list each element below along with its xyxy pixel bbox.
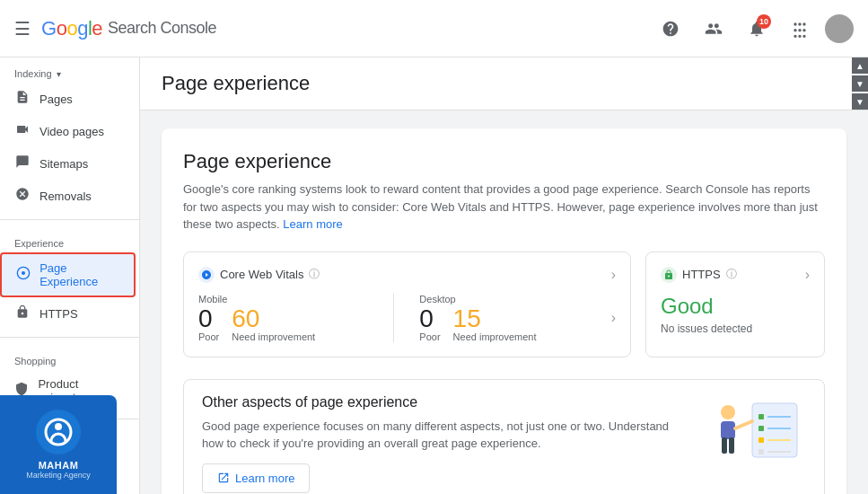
page-title: Page experience <box>162 72 846 95</box>
other-aspects-desc: Good page experience focuses on many dif… <box>202 418 684 453</box>
svg-rect-3 <box>758 414 764 419</box>
desktop-need-improvement-value: 15 <box>453 306 537 331</box>
app-title: Search Console <box>108 19 216 38</box>
indexing-dropdown-arrow[interactable]: ▾ <box>57 69 61 79</box>
google-logo: Google Search Console <box>41 17 216 40</box>
other-aspects-learn-more-button[interactable]: Learn more <box>202 463 310 493</box>
watermark-sub: Marketing Agency <box>26 471 91 480</box>
watermark-brand: MAHAM <box>39 460 79 471</box>
mobile-poor-value: 0 <box>198 306 219 331</box>
avatar[interactable] <box>825 14 854 43</box>
https-title: HTTPS <box>682 268 721 281</box>
watermark: MAHAM Marketing Agency <box>0 395 117 494</box>
svg-rect-9 <box>758 449 764 454</box>
core-web-vitals-chevron[interactable]: › <box>611 267 616 283</box>
notification-count: 10 <box>757 14 771 29</box>
svg-rect-12 <box>721 421 735 439</box>
other-aspects-text: Other aspects of page experience Good pa… <box>202 394 684 493</box>
core-web-vitals-card: Core Web Vitals ⓘ › Mobile <box>183 251 631 357</box>
page-experience-label: Page Experience <box>39 261 119 288</box>
other-aspects-title: Other aspects of page experience <box>202 394 684 410</box>
pages-label: Pages <box>39 93 73 106</box>
indexing-section-label: Indexing ▾ <box>0 57 139 83</box>
svg-line-15 <box>735 421 752 428</box>
mobile-need-improvement-value: 60 <box>232 306 315 331</box>
menu-icon[interactable]: ☰ <box>14 18 31 40</box>
shopping-section-label: Shopping <box>0 345 139 370</box>
sidebar-item-pages[interactable]: Pages <box>0 83 132 115</box>
manage-users-button[interactable] <box>696 11 732 47</box>
sidebar-item-https[interactable]: HTTPS <box>0 297 132 330</box>
desktop-label: Desktop <box>419 294 589 304</box>
svg-rect-7 <box>758 437 764 443</box>
mobile-poor-label: Poor <box>198 331 219 342</box>
svg-rect-14 <box>729 437 734 454</box>
https-lock-icon <box>661 267 677 283</box>
main-card: Page experience Google's core ranking sy… <box>162 128 846 494</box>
sidebar-item-video-pages[interactable]: Video pages <box>0 115 132 147</box>
desktop-stats: Desktop 0 Poor 15 Need improvement <box>419 294 589 342</box>
https-sub-status: No issues detected <box>661 322 810 335</box>
https-chevron[interactable]: › <box>805 267 810 283</box>
video-pages-label: Video pages <box>39 125 104 138</box>
main-content: Page experience Page experience Google's… <box>140 57 868 494</box>
core-web-vitals-help[interactable]: ⓘ <box>309 267 320 282</box>
top-nav: ☰ Google Search Console 10 <box>0 0 868 57</box>
stats-divider <box>393 294 394 342</box>
mobile-label: Mobile <box>198 294 368 304</box>
desktop-poor-label: Poor <box>419 331 440 342</box>
core-web-vitals-title: Core Web Vitals <box>220 268 303 281</box>
scroll-down-arrow[interactable]: ▼ <box>852 93 868 110</box>
svg-point-11 <box>721 405 735 419</box>
layout: Indexing ▾ Pages Video pages Sitemaps Re… <box>0 57 868 494</box>
core-web-vitals-header: Core Web Vitals ⓘ › <box>198 267 616 283</box>
page-header: Page experience <box>140 57 868 110</box>
svg-point-17 <box>55 423 62 430</box>
page-experience-icon <box>16 266 31 284</box>
svg-rect-13 <box>722 437 727 454</box>
experience-section-label: Experience <box>0 227 139 252</box>
https-icon <box>14 304 31 322</box>
https-status: Good <box>661 294 810 319</box>
scroll-up-arrow[interactable]: ▲ <box>852 57 868 74</box>
scroll-mid-arrow[interactable]: ▼ <box>852 75 868 92</box>
desktop-need-improvement-label: Need improvement <box>453 331 537 342</box>
illustration <box>698 394 806 484</box>
metrics-row: Core Web Vitals ⓘ › Mobile <box>183 251 825 357</box>
core-web-vitals-icon <box>198 267 215 283</box>
svg-point-1 <box>22 271 25 275</box>
removals-icon <box>14 187 31 205</box>
sitemaps-icon <box>14 154 31 172</box>
video-pages-icon <box>14 122 31 140</box>
svg-rect-5 <box>758 426 764 431</box>
desktop-chevron[interactable]: › <box>611 310 616 326</box>
scroll-controls: ▲ ▼ ▼ <box>852 57 868 110</box>
https-card: HTTPS ⓘ › Good No issues detected <box>645 251 825 357</box>
https-help[interactable]: ⓘ <box>726 267 737 282</box>
https-title-area: HTTPS ⓘ <box>661 267 737 283</box>
core-web-vitals-title-area: Core Web Vitals ⓘ <box>198 267 320 283</box>
https-header: HTTPS ⓘ › <box>661 267 810 283</box>
help-button[interactable] <box>653 11 688 47</box>
sidebar-item-page-experience[interactable]: Page Experience <box>0 252 136 297</box>
sidebar-item-removals[interactable]: Removals <box>0 180 132 212</box>
learn-more-link[interactable]: Learn more <box>283 217 342 231</box>
desktop-poor-value: 0 <box>419 306 440 331</box>
nav-icons: 10 <box>653 11 854 47</box>
watermark-icon <box>36 410 81 454</box>
mobile-need-improvement-label: Need improvement <box>232 331 315 342</box>
apps-button[interactable] <box>782 11 818 47</box>
other-aspects-section: Other aspects of page experience Good pa… <box>183 379 825 495</box>
notifications-button[interactable]: 10 <box>739 11 775 47</box>
logo-area: Google Search Console <box>41 17 216 40</box>
card-desc: Google's core ranking systems look to re… <box>183 181 825 234</box>
sitemaps-label: Sitemaps <box>39 157 88 171</box>
sidebar-item-sitemaps[interactable]: Sitemaps <box>0 147 132 180</box>
learn-more-btn-label: Learn more <box>235 472 294 485</box>
page-body: Page experience Google's core ranking sy… <box>140 110 868 494</box>
https-label: HTTPS <box>39 307 78 321</box>
mobile-stats: Mobile 0 Poor 60 Need improvement <box>198 294 368 342</box>
removals-label: Removals <box>39 190 92 203</box>
pages-icon <box>14 90 31 108</box>
core-web-vitals-stats: Mobile 0 Poor 60 Need improvement <box>198 294 616 342</box>
